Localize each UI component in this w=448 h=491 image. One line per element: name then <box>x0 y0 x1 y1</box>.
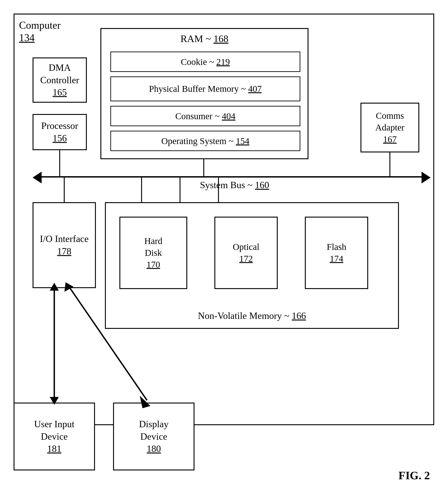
nvm-box: Hard Disk 170 Optical 172 Flash 174 <box>105 202 399 329</box>
consumer-label: Consumer ~ 404 <box>175 111 235 122</box>
fig-label: FIG. 2 <box>399 469 430 482</box>
consumer-box: Consumer ~ 404 <box>110 106 300 126</box>
ram-label: RAM ~ 168 <box>180 33 228 45</box>
cookie-label: Cookie ~ 219 <box>181 57 230 67</box>
nvm-label: Non-Volatile Memory ~ 166 <box>198 310 306 321</box>
ram-box: RAM ~ 168 Cookie ~ 219 Physical Buffer M… <box>100 28 308 159</box>
pbm-label: Physical Buffer Memory ~ 407 <box>149 83 262 95</box>
hd-label: Hard Disk 170 <box>144 235 162 271</box>
page: Computer 134 RAM ~ 168 Cookie ~ 219 Phys… <box>0 0 448 491</box>
system-bus-line <box>37 176 421 178</box>
bus-to-optical-line <box>179 177 180 203</box>
proc-to-bus-line <box>59 150 60 176</box>
processor-box: Processor 156 <box>33 114 87 150</box>
bus-to-flash-line <box>218 177 219 203</box>
dma-box: DMA Controller 165 <box>33 57 87 103</box>
io-interface-box: I/O Interface 178 <box>33 202 96 288</box>
display-device-box: Display Device 180 <box>113 403 195 470</box>
dd-label: Display Device 180 <box>139 418 169 455</box>
comms-adapter-box: Comms Adapter 167 <box>361 103 419 152</box>
comms-to-bus-line <box>389 152 390 176</box>
computer-label: Computer 134 <box>19 19 61 44</box>
ram-to-bus-line <box>203 159 204 177</box>
optical-box: Optical 172 <box>215 217 278 289</box>
flash-label: Flash 174 <box>327 241 346 264</box>
io-label: I/O Interface 178 <box>40 233 89 257</box>
uid-label: User Input Device 181 <box>34 418 75 455</box>
flash-box: Flash 174 <box>305 217 368 289</box>
processor-label: Processor 156 <box>41 120 78 144</box>
system-bus-arrow-left <box>33 172 42 183</box>
hard-disk-box: Hard Disk 170 <box>119 217 187 289</box>
comms-label: Comms Adapter 167 <box>375 110 405 145</box>
system-bus-arrow-right <box>421 172 430 183</box>
bus-to-io-line <box>64 177 65 203</box>
dma-label: DMA Controller 165 <box>40 62 79 99</box>
os-label: Operating System ~ 154 <box>161 136 249 146</box>
os-box: Operating System ~ 154 <box>110 131 300 151</box>
bus-to-hd-line <box>141 177 142 203</box>
cookie-box: Cookie ~ 219 <box>110 52 300 72</box>
computer-box: Computer 134 RAM ~ 168 Cookie ~ 219 Phys… <box>14 14 434 425</box>
pbm-box: Physical Buffer Memory ~ 407 <box>110 76 300 101</box>
optical-label: Optical 172 <box>233 241 259 264</box>
user-input-device-box: User Input Device 181 <box>14 403 95 470</box>
system-bus-label: System Bus ~ 160 <box>200 179 269 190</box>
